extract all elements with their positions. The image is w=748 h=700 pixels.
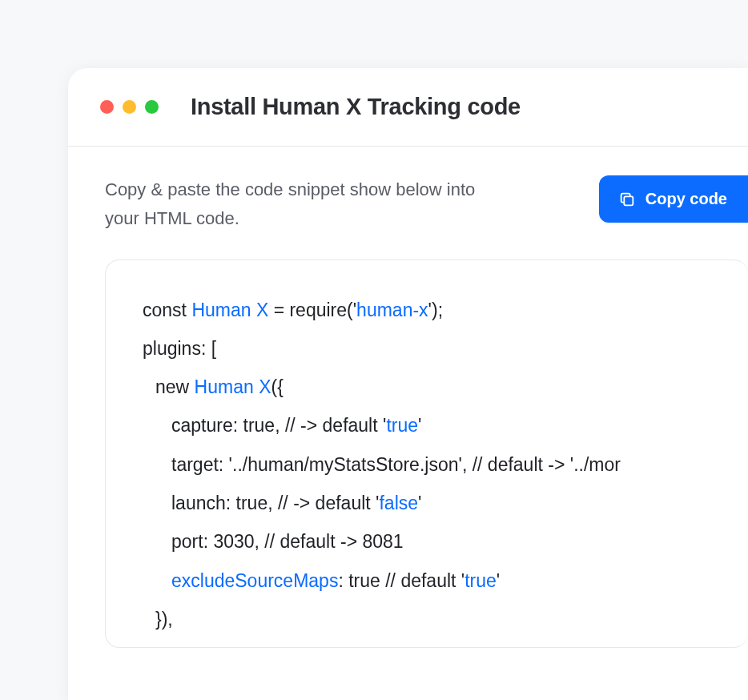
content-area: Copy & paste the code snippet show below…: [68, 147, 748, 648]
close-window-button[interactable]: [100, 100, 114, 114]
code-block: const Human X = require('human-x'); plug…: [105, 259, 748, 648]
copy-button-label: Copy code: [645, 190, 727, 208]
code-line: plugins: [: [143, 329, 748, 368]
code-line: new Human X({: [143, 368, 748, 406]
code-line: capture: true, // -> default 'true': [143, 406, 748, 445]
code-line: port: 3030, // default -> 8081: [143, 522, 748, 561]
minimize-window-button[interactable]: [123, 100, 136, 114]
code-line: }),: [143, 600, 748, 638]
copy-icon: [618, 191, 636, 208]
code-line: launch: true, // -> default 'false': [143, 484, 748, 522]
code-line: target: '../human/myStatsStore.json', //…: [143, 445, 748, 484]
instruction-text: Copy & paste the code snippet show below…: [105, 175, 489, 234]
titlebar: Install Human X Tracking code: [68, 68, 748, 147]
maximize-window-button[interactable]: [145, 100, 159, 114]
instruction-row: Copy & paste the code snippet show below…: [105, 175, 748, 234]
app-window: Install Human X Tracking code Copy & pas…: [68, 68, 748, 700]
code-line: excludeSourceMaps: true // default 'true…: [143, 561, 748, 600]
traffic-lights: [100, 100, 159, 114]
svg-rect-0: [624, 196, 633, 205]
code-line: const Human X = require('human-x');: [143, 291, 748, 329]
copy-code-button[interactable]: Copy code: [599, 175, 748, 223]
window-title: Install Human X Tracking code: [191, 94, 521, 120]
